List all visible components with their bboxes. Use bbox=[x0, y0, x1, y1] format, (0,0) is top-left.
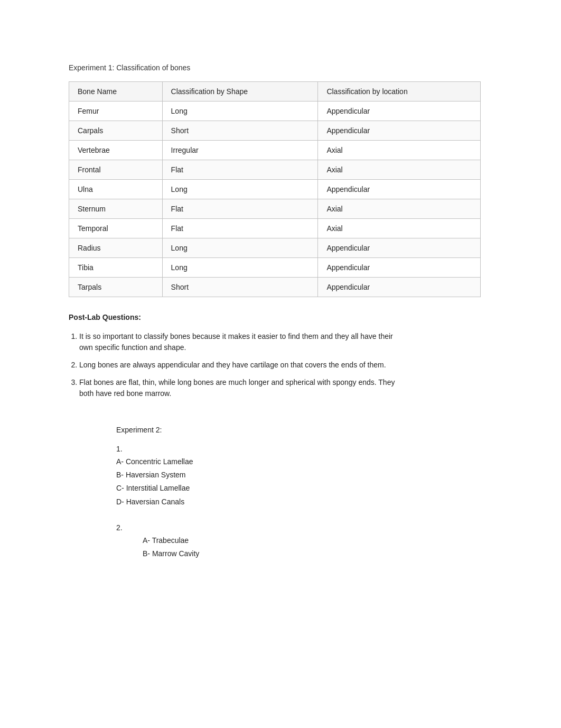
table-cell: Axial bbox=[318, 199, 481, 219]
question-item: It is so important to classify bones bec… bbox=[79, 331, 407, 353]
question-item: Flat bones are flat, thin, while long bo… bbox=[79, 377, 407, 399]
table-cell: Appendicular bbox=[318, 258, 481, 278]
table-cell: Long bbox=[162, 238, 318, 258]
table-row: RadiusLongAppendicular bbox=[69, 238, 481, 258]
table-cell: Long bbox=[162, 258, 318, 278]
table-cell: Flat bbox=[162, 199, 318, 219]
table-cell: Long bbox=[162, 102, 318, 121]
table-cell: Appendicular bbox=[318, 278, 481, 297]
table-cell: Femur bbox=[69, 102, 163, 121]
table-cell: Short bbox=[162, 121, 318, 141]
table-cell: Appendicular bbox=[318, 238, 481, 258]
exp2-entry: B- Haversian System bbox=[116, 468, 519, 482]
table-row: VertebraeIrregularAxial bbox=[69, 141, 481, 160]
exp2-item: 1.A- Concentric LamellaeB- Haversian Sys… bbox=[116, 445, 519, 509]
post-lab-label: Post-Lab Questions: bbox=[69, 313, 519, 321]
table-cell: Ulna bbox=[69, 180, 163, 199]
col-header-location: Classification by location bbox=[318, 82, 481, 102]
table-row: TarpalsShortAppendicular bbox=[69, 278, 481, 297]
col-header-shape: Classification by Shape bbox=[162, 82, 318, 102]
table-cell: Frontal bbox=[69, 160, 163, 180]
table-cell: Radius bbox=[69, 238, 163, 258]
col-header-bone-name: Bone Name bbox=[69, 82, 163, 102]
exp2-entry: A- Trabeculae bbox=[143, 534, 519, 547]
table-cell: Long bbox=[162, 180, 318, 199]
table-cell: Vertebrae bbox=[69, 141, 163, 160]
table-row: CarpalsShortAppendicular bbox=[69, 121, 481, 141]
experiment2-title: Experiment 2: bbox=[116, 426, 519, 434]
exp2-entry: A- Concentric Lamellae bbox=[116, 455, 519, 468]
table-cell: Axial bbox=[318, 160, 481, 180]
table-row: SternumFlatAxial bbox=[69, 199, 481, 219]
table-cell: Carpals bbox=[69, 121, 163, 141]
exp2-entry: C- Interstitial Lamellae bbox=[116, 482, 519, 495]
exp2-item: 2.A- TrabeculaeB- Marrow Cavity bbox=[116, 523, 519, 560]
table-cell: Flat bbox=[162, 160, 318, 180]
table-cell: Appendicular bbox=[318, 121, 481, 141]
exp2-item-number: 1. bbox=[116, 445, 519, 453]
table-cell: Appendicular bbox=[318, 102, 481, 121]
table-row: TemporalFlatAxial bbox=[69, 219, 481, 238]
table-row: UlnaLongAppendicular bbox=[69, 180, 481, 199]
table-cell: Tibia bbox=[69, 258, 163, 278]
experiment1-title: Experiment 1: Classification of bones bbox=[69, 63, 519, 72]
table-row: TibiaLongAppendicular bbox=[69, 258, 481, 278]
bones-table: Bone Name Classification by Shape Classi… bbox=[69, 81, 481, 297]
question-item: Long bones are always appendicular and t… bbox=[79, 360, 407, 371]
table-cell: Axial bbox=[318, 141, 481, 160]
table-cell: Appendicular bbox=[318, 180, 481, 199]
table-row: FemurLongAppendicular bbox=[69, 102, 481, 121]
table-cell: Temporal bbox=[69, 219, 163, 238]
table-row: FrontalFlatAxial bbox=[69, 160, 481, 180]
table-cell: Axial bbox=[318, 219, 481, 238]
table-cell: Irregular bbox=[162, 141, 318, 160]
table-cell: Short bbox=[162, 278, 318, 297]
exp2-entry: D- Haversian Canals bbox=[116, 495, 519, 509]
table-cell: Sternum bbox=[69, 199, 163, 219]
table-cell: Flat bbox=[162, 219, 318, 238]
exp2-entry: B- Marrow Cavity bbox=[143, 547, 519, 560]
table-cell: Tarpals bbox=[69, 278, 163, 297]
exp2-item-number: 2. bbox=[116, 523, 519, 532]
